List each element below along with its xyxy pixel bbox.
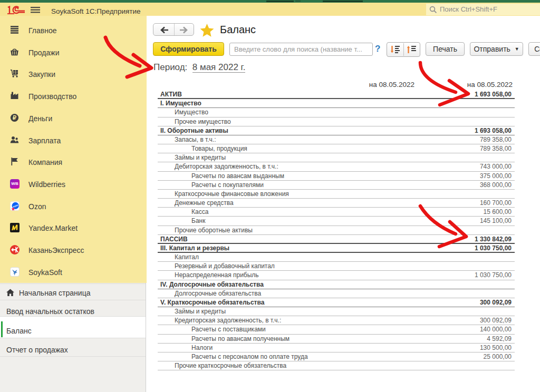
svg-text:₽: ₽ <box>13 114 16 121</box>
